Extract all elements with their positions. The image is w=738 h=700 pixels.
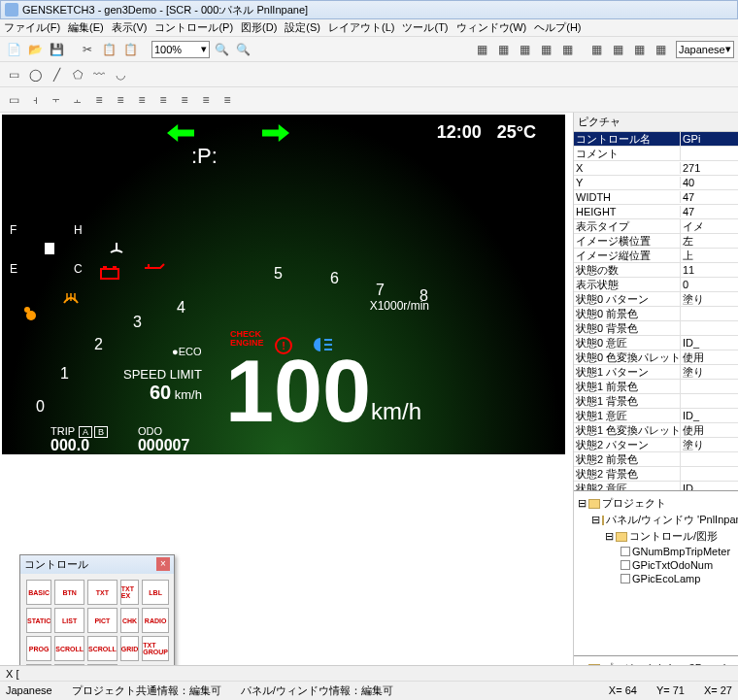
shape-rect-icon[interactable]: ▭ [4,65,23,84]
save-icon[interactable]: 💾 [47,40,66,59]
shape-circle-icon[interactable]: ◯ [25,65,45,84]
palette-button[interactable]: GRID [120,636,140,661]
align-icon[interactable]: ⫟ [47,90,66,110]
tool-icon[interactable]: ▦ [493,40,513,59]
tool-icon[interactable]: ▦ [587,40,606,59]
property-row[interactable]: 状態2 背景色 [574,467,738,482]
property-row[interactable]: 状態0 色変換パレット使用 [574,350,738,365]
palette-button[interactable]: LBL [142,580,169,605]
property-row[interactable]: 状態2 パターン塗り [574,438,738,452]
property-row[interactable]: X271 [574,161,738,176]
align-icon[interactable]: ≡ [175,90,194,110]
shape-poly-icon[interactable]: ⬠ [68,65,87,84]
tool-icon[interactable]: ▦ [472,40,491,59]
menu-item[interactable]: 図形(D) [241,20,277,35]
property-row[interactable]: コメント [574,147,738,161]
property-row[interactable]: 状態2 意匠ID_ [574,482,738,491]
property-row[interactable]: 状態1 前景色 [574,380,738,394]
menu-item[interactable]: 編集(E) [68,20,104,35]
property-row[interactable]: 状態0 意匠ID_ [574,336,738,350]
shape-curve-icon[interactable]: 〰 [89,65,109,84]
property-row[interactable]: イメージ縦位置上 [574,249,738,263]
copy-icon[interactable]: 📋 [99,40,118,59]
property-row[interactable]: 状態1 パターン塗り [574,365,738,380]
align-icon[interactable]: ≡ [132,90,151,110]
property-row[interactable]: 状態0 前景色 [574,307,738,321]
language-select[interactable]: Japanese▾ [676,41,734,58]
palette-button[interactable]: RADIO [142,608,169,633]
new-icon[interactable]: 📄 [4,40,23,59]
palette-button[interactable]: TXT EX [120,580,140,605]
property-row[interactable]: 状態の数11 [574,263,738,278]
palette-button[interactable]: BTN [54,580,84,605]
palette-button[interactable]: SCROLL [87,636,117,661]
property-row[interactable]: 状態2 前景色 [574,452,738,467]
property-row[interactable]: 状態0 パターン塗り [574,292,738,307]
property-table[interactable]: コントロール名GPiコメントX271Y40WIDTH47HEIGHT47表示タイ… [574,132,738,491]
zoom-select[interactable]: 100%▾ [151,41,210,58]
property-panel: ピクチャ コントロール名GPiコメントX271Y40WIDTH47HEIGHT4… [573,113,738,700]
palette-button[interactable]: PROG [26,636,51,661]
palette-button[interactable]: BASIC [26,580,51,605]
align-icon[interactable]: ≡ [218,90,237,110]
property-row[interactable]: 状態1 色変換パレット使用 [574,423,738,438]
palette-button[interactable]: TXT GROUP [142,636,169,661]
palette-button[interactable]: PICT [87,608,117,633]
menu-item[interactable]: ツール(T) [402,20,448,35]
align-icon[interactable]: ⫞ [25,90,45,110]
align-icon[interactable]: ⫠ [68,90,87,110]
speed-unit: km/h [371,398,421,425]
menu-item[interactable]: 設定(S) [285,20,320,35]
tool-icon[interactable]: ▦ [651,40,670,59]
toolbar-1: 📄 📂 💾 ✂ 📋 📋 100%▾ 🔍 🔍 ▦ ▦ ▦ ▦ ▦ ▦ ▦ ▦ ▦ … [0,37,738,62]
property-row[interactable]: 状態0 背景色 [574,321,738,336]
tree-item[interactable]: GNumBmpTripMeter [578,545,734,558]
scale-number: 8 [419,287,428,305]
tool-icon[interactable]: ▦ [557,40,577,59]
align-icon[interactable]: ≡ [111,90,130,110]
zoom-in-icon[interactable]: 🔍 [212,40,231,59]
shape-arc-icon[interactable]: ◡ [111,65,130,84]
paste-icon[interactable]: 📋 [120,40,140,59]
menu-item[interactable]: 表示(V) [112,20,148,35]
menu-item[interactable]: ヘルプ(H) [534,20,581,35]
zoom-out-icon[interactable]: 🔍 [233,40,252,59]
property-row[interactable]: HEIGHT47 [574,205,738,219]
shape-line-icon[interactable]: ╱ [47,65,66,84]
tool-icon[interactable]: ▦ [536,40,555,59]
cut-icon[interactable]: ✂ [78,40,97,59]
tool-icon[interactable]: ▦ [608,40,627,59]
status-language: Japanese [6,684,52,696]
align-icon[interactable]: ≡ [196,90,216,110]
property-row[interactable]: 状態1 意匠ID_ [574,409,738,423]
tree-item[interactable]: GPicEcoLamp [578,572,734,585]
property-row[interactable]: 状態1 背景色 [574,394,738,409]
property-row[interactable]: Y40 [574,176,738,190]
property-row[interactable]: 表示タイプイメ [574,219,738,234]
palette-button[interactable]: TXT [87,580,117,605]
menu-item[interactable]: ウィンドウ(W) [456,20,527,35]
property-row[interactable]: コントロール名GPi [574,132,738,147]
palette-button[interactable]: SCROLL [54,636,84,661]
property-row[interactable]: 表示状態0 [574,278,738,292]
align-icon[interactable]: ≡ [153,90,173,110]
align-icon[interactable]: ≡ [89,90,109,110]
close-icon[interactable]: × [156,557,170,571]
temp-display: 25°C [497,122,536,143]
property-row[interactable]: イメージ横位置左 [574,234,738,249]
dashboard-panel[interactable]: 12:00 25°C :P: F E H C ! ●ECO CHECKENGIN… [2,115,565,454]
project-tree-1[interactable]: ⊟ プロジェクト ⊟ パネル/ウィンドウ 'PnlInpane' ⊟ コントロー… [574,491,738,656]
menu-item[interactable]: コントロール(P) [154,20,233,35]
palette-button[interactable]: STATIC [26,608,51,633]
menu-item[interactable]: ファイル(F) [4,20,60,35]
select-icon[interactable]: ▭ [4,90,23,110]
menu-item[interactable]: レイアウト(L) [328,20,394,35]
tool-icon[interactable]: ▦ [515,40,534,59]
open-icon[interactable]: 📂 [25,40,45,59]
canvas-area[interactable]: 12:00 25°C :P: F E H C ! ●ECO CHECKENGIN… [0,113,573,700]
palette-button[interactable]: CHK [120,608,140,633]
tree-item[interactable]: GPicTxtOdoNum [578,558,734,572]
tool-icon[interactable]: ▦ [629,40,649,59]
property-row[interactable]: WIDTH47 [574,190,738,205]
palette-button[interactable]: LIST [54,608,84,633]
